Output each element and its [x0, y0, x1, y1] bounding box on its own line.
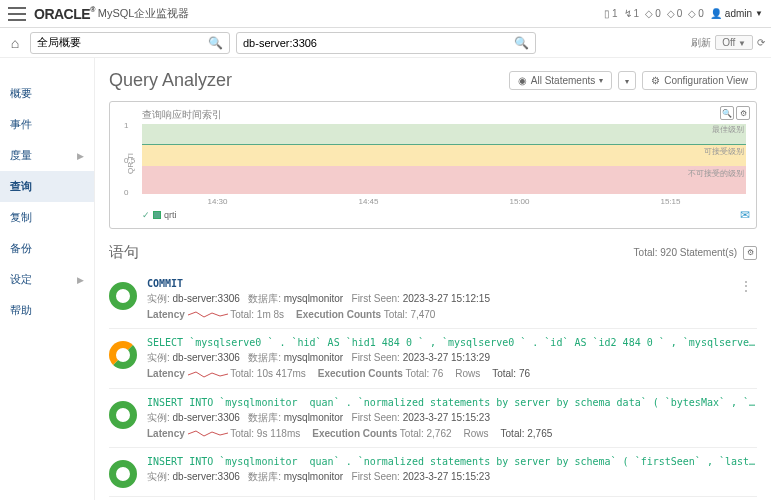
filter-dropdown[interactable]: ◉ All Statements ▾: [509, 71, 612, 90]
statements-total: Total: 920 Statement(s): [634, 247, 737, 258]
status-link: ↯ 1: [624, 8, 640, 19]
sql-text: INSERT INTO `mysqlmonitor__quan` . `norm…: [147, 397, 757, 408]
statement-metrics: Latency Total: 9s 118msExecution Counts …: [147, 428, 757, 439]
statement-meta: 实例: db-server:3306 数据库: mysqlmonitor Fir…: [147, 351, 757, 365]
statement-row[interactable]: INSERT INTO `mysqlmonitor__quan` . `norm…: [109, 389, 757, 448]
legend-label: qrti: [164, 210, 177, 220]
latency-donut-icon: [109, 341, 137, 369]
x-tick: 15:15: [660, 197, 680, 206]
y-tick: 1: [124, 121, 128, 130]
statement-metrics: Latency Total: 1m 8sExecution Counts Tot…: [147, 309, 757, 320]
chart-title: 查询响应时间索引: [116, 108, 750, 122]
qrti-chart: 🔍 ⚙ 查询响应时间索引 QR TI 1 0.5 0 最佳级别 可接受级别 不可…: [109, 101, 757, 229]
menu-icon[interactable]: [8, 7, 26, 21]
sidebar-item[interactable]: 设定▶: [0, 264, 94, 295]
brand-logo: ORACLE®: [34, 6, 95, 22]
search-icon: 🔍: [208, 36, 223, 50]
target-search-input[interactable]: [243, 37, 529, 49]
latency-donut-icon: [109, 460, 137, 488]
global-search-input[interactable]: [37, 37, 223, 49]
sidebar-item[interactable]: 度量▶: [0, 140, 94, 171]
sidebar-item[interactable]: 备份: [0, 233, 94, 264]
statement-row[interactable]: SELECT `mysqlserve0_` . `hid` AS `hid1_4…: [109, 329, 757, 388]
dropdown-toggle[interactable]: ▾: [618, 71, 636, 90]
sidebar-item[interactable]: 概要: [0, 78, 94, 109]
refresh-toggle[interactable]: Off ▼: [715, 35, 753, 50]
y-tick: 0.5: [124, 156, 135, 165]
chart-mail-icon[interactable]: ✉: [740, 208, 750, 222]
more-icon[interactable]: ⋮: [739, 278, 753, 294]
statement-meta: 实例: db-server:3306 数据库: mysqlmonitor Fir…: [147, 470, 757, 484]
global-search[interactable]: 🔍: [30, 32, 230, 54]
x-tick: 14:45: [358, 197, 378, 206]
sidebar-item[interactable]: 帮助: [0, 295, 94, 326]
user-menu[interactable]: 👤 admin ▼: [710, 8, 763, 19]
status-other: ◇ 0: [688, 8, 704, 19]
sidebar-item[interactable]: 查询: [0, 171, 94, 202]
refresh-icon[interactable]: ⟳: [757, 37, 765, 48]
sidebar-item[interactable]: 事件: [0, 109, 94, 140]
x-tick: 14:30: [207, 197, 227, 206]
refresh-label: 刷新: [691, 36, 711, 50]
target-search[interactable]: 🔍: [236, 32, 536, 54]
sql-text: SELECT `mysqlserve0_` . `hid` AS `hid1_4…: [147, 337, 757, 348]
search-icon: 🔍: [514, 36, 529, 50]
product-name: MySQL企业监视器: [98, 6, 190, 21]
sidebar-item[interactable]: 复制: [0, 202, 94, 233]
y-tick: 0: [124, 188, 128, 197]
statements-title: 语句: [109, 243, 139, 262]
page-title: Query Analyzer: [109, 70, 232, 91]
status-warn: ◇ 0: [645, 8, 661, 19]
sql-text: INSERT INTO `mysqlmonitor__quan` . `norm…: [147, 456, 757, 467]
sidebar: 概要事件度量▶查询复制备份设定▶帮助: [0, 58, 95, 500]
latency-donut-icon: [109, 282, 137, 310]
qrti-line: [142, 144, 746, 145]
statement-row[interactable]: COMMIT实例: db-server:3306 数据库: mysqlmonit…: [109, 270, 757, 329]
statement-metrics: Latency Total: 10s 417msExecution Counts…: [147, 368, 757, 379]
statement-meta: 实例: db-server:3306 数据库: mysqlmonitor Fir…: [147, 411, 757, 425]
status-host: ▯ 1: [604, 8, 618, 19]
x-tick: 15:00: [509, 197, 529, 206]
chart-settings-icon[interactable]: ⚙: [736, 106, 750, 120]
statements-settings-icon[interactable]: ⚙: [743, 246, 757, 260]
home-icon[interactable]: ⌂: [6, 35, 24, 51]
chart-zoom-icon[interactable]: 🔍: [720, 106, 734, 120]
statement-row[interactable]: INSERT INTO `mysqlmonitor__quan` . `norm…: [109, 448, 757, 497]
sql-text: COMMIT: [147, 278, 757, 289]
latency-donut-icon: [109, 401, 137, 429]
config-view-button[interactable]: ⚙ Configuration View: [642, 71, 757, 90]
statement-meta: 实例: db-server:3306 数据库: mysqlmonitor Fir…: [147, 292, 757, 306]
status-info: ◇ 0: [667, 8, 683, 19]
